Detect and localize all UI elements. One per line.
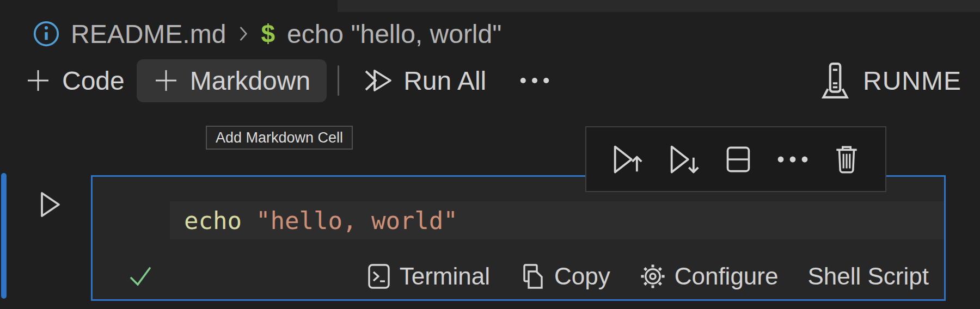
plus-icon <box>25 67 51 94</box>
chevron-right-icon <box>239 25 248 42</box>
cell-more-actions-button[interactable] <box>777 156 808 163</box>
run-above-icon <box>611 144 643 175</box>
info-icon[interactable] <box>33 20 60 47</box>
plus-icon <box>153 67 179 94</box>
add-markdown-label: Markdown <box>190 66 310 96</box>
cell-focus-indicator <box>1 173 7 299</box>
terminal-label: Terminal <box>400 263 490 290</box>
add-markdown-button[interactable]: Markdown <box>137 59 327 102</box>
execute-above-button[interactable] <box>611 144 643 175</box>
run-all-button[interactable]: Run All <box>350 59 498 102</box>
notebook-toolbar: Code Markdown Run All <box>13 54 967 107</box>
code-command-token: echo <box>184 207 242 234</box>
run-below-icon <box>668 144 700 175</box>
copy-label: Copy <box>554 263 610 290</box>
trash-icon <box>833 144 860 175</box>
gear-icon <box>640 263 666 289</box>
code-cell: echo"hello, world" Terminal <box>91 175 946 301</box>
execute-below-button[interactable] <box>668 144 700 175</box>
breadcrumb-shell-prompt[interactable]: $ <box>261 19 275 48</box>
split-cell-button[interactable] <box>724 145 752 174</box>
cell-status-actions: Terminal Copy <box>367 262 929 291</box>
tooltip: Add Markdown Cell <box>206 126 353 150</box>
configure-button[interactable]: Configure <box>640 263 779 290</box>
add-code-label: Code <box>62 66 125 96</box>
run-all-icon <box>362 67 393 94</box>
ellipsis-icon <box>777 156 808 163</box>
code-string-token: "hello, world" <box>256 207 458 234</box>
breadcrumb-file[interactable]: README.md <box>71 19 226 49</box>
success-check-icon <box>127 263 154 289</box>
add-code-button[interactable]: Code <box>13 59 137 102</box>
configure-label: Configure <box>675 263 779 290</box>
cell-status-bar: Terminal Copy <box>93 256 944 297</box>
play-icon <box>38 189 62 220</box>
notebook-editor: README.md $ echo "hello, world" Code <box>0 0 980 309</box>
split-cell-icon <box>724 145 752 174</box>
copy-button[interactable]: Copy <box>519 262 610 291</box>
cell-hover-toolbar <box>585 126 886 192</box>
copy-icon <box>519 262 546 291</box>
runme-logo-icon <box>818 61 852 100</box>
delete-cell-button[interactable] <box>833 144 860 175</box>
run-all-label: Run All <box>403 66 486 96</box>
terminal-icon <box>367 262 391 291</box>
run-cell-button[interactable] <box>38 189 62 220</box>
ellipsis-icon <box>520 77 549 84</box>
more-actions-button[interactable] <box>508 71 561 90</box>
tooltip-text: Add Markdown Cell <box>216 129 343 146</box>
toolbar-separator <box>338 65 339 96</box>
breadcrumb-command[interactable]: echo "hello, world" <box>287 19 501 49</box>
language-label: Shell Script <box>807 263 929 290</box>
terminal-button[interactable]: Terminal <box>367 262 490 291</box>
runme-label: RUNME <box>863 66 961 96</box>
code-editor[interactable]: echo"hello, world" <box>170 201 944 239</box>
editor-tab-strip <box>338 0 980 12</box>
breadcrumb: README.md $ echo "hello, world" <box>33 17 501 50</box>
runme-button[interactable]: RUNME <box>813 58 967 103</box>
language-picker[interactable]: Shell Script <box>807 263 929 290</box>
